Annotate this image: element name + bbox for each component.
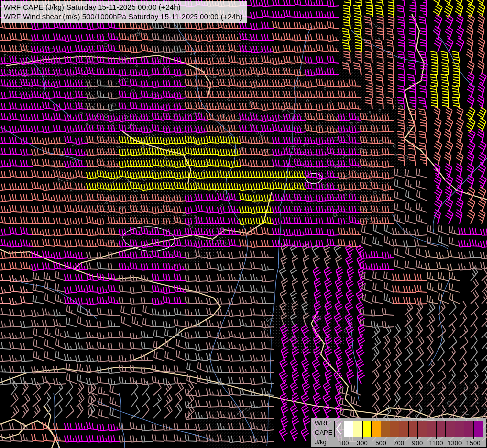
legend-cell xyxy=(427,421,437,437)
legend-cell xyxy=(399,421,409,437)
legend-tick-label: 300 xyxy=(357,439,368,447)
cape-legend: WRF CAPE J/kg 10030050070090011001300150… xyxy=(311,418,486,447)
weather-map xyxy=(0,0,487,448)
legend-cell xyxy=(417,421,427,437)
legend-cell xyxy=(353,421,363,437)
legend-cell xyxy=(408,421,418,437)
legend-label-units: J/kg xyxy=(315,437,332,447)
legend-cell xyxy=(362,421,372,437)
legend-tick-label: 1500 xyxy=(466,439,481,447)
legend-tick-label: 1300 xyxy=(447,439,462,447)
title-cape-line: WRF CAPE (J/kg) Saturday 15-11-2025 00:0… xyxy=(4,2,243,12)
legend-label-model: WRF xyxy=(315,418,332,428)
legend-label-field: CAPE xyxy=(315,428,332,437)
legend-cell xyxy=(455,421,465,437)
weather-map-stage: WRF CAPE (J/kg) Saturday 15-11-2025 00:0… xyxy=(0,0,487,448)
legend-cell xyxy=(390,421,400,437)
title-box: WRF CAPE (J/kg) Saturday 15-11-2025 00:0… xyxy=(1,1,247,23)
legend-cell xyxy=(464,421,474,437)
left-arrow-icon xyxy=(335,421,343,437)
legend-tick-label: 100 xyxy=(338,439,349,447)
legend-cell xyxy=(473,421,483,437)
legend-tick-label: 900 xyxy=(412,439,423,447)
legend-tick-label: 700 xyxy=(393,439,404,447)
legend-cell xyxy=(445,421,455,437)
cape-colorbar xyxy=(334,421,483,437)
legend-cell xyxy=(371,421,381,437)
legend-tick-row: 100300500700900110013001500 xyxy=(334,437,483,447)
title-shear-line: WRF Wind shear (m/s) 500/1000hPa Saturda… xyxy=(4,12,243,21)
legend-tick-label: 1100 xyxy=(429,439,443,447)
legend-cell xyxy=(436,421,446,437)
cape-stipple-region xyxy=(0,42,62,97)
legend-below-scale-arrow xyxy=(334,421,344,437)
legend-tick-label: 500 xyxy=(375,439,386,447)
legend-label: WRF CAPE J/kg xyxy=(315,418,332,447)
legend-cell xyxy=(381,421,390,437)
legend-cell xyxy=(344,421,354,437)
